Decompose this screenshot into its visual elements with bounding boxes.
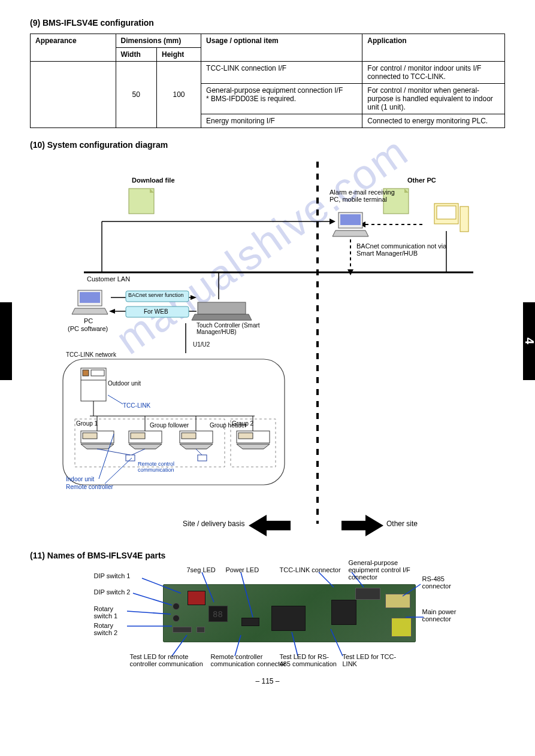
svg-marker-48 [180,444,213,449]
lbl-rsled: Test LED for RS-485 communication [280,653,340,667]
svg-line-72 [202,572,214,602]
svg-line-70 [127,611,171,614]
label-pc: PC [84,317,93,324]
section-heading-1: (9) BMS-IFLSV4E configuration [30,18,505,28]
lbl-power: Power LED [226,566,259,573]
label-otherpc: Other PC [407,177,436,184]
label-outdoor: Outdoor unit [108,380,141,387]
svg-rect-19 [437,206,456,219]
svg-line-76 [403,584,421,596]
cell-appearance [31,62,116,128]
label-bacnet-server: BACnet server function [128,292,184,298]
svg-line-74 [319,572,334,587]
th-appearance: Appearance [31,34,116,62]
system-diagram: Download file Other PC Alarm e-mail rece… [30,156,505,551]
label-tcclink: TCC-LINK [123,402,150,409]
svg-line-68 [142,578,181,593]
svg-line-56 [196,449,202,455]
label-bacnet-bypass: BACnet communication not via Smart Manag… [356,242,464,257]
black-bar-right: 4 [523,302,535,380]
pcb-figure: 88 DIP swit [94,566,442,662]
cell-app: For control / monitor indoor units I/F c… [362,62,505,84]
svg-rect-53 [198,455,207,461]
label-pc-software: (PC software) [68,325,108,332]
svg-rect-35 [83,370,89,376]
label-alarm: Alarm e-mail receiving PC, mobile termin… [330,189,401,203]
svg-line-69 [133,593,172,605]
lbl-seg: 7seg LED [187,566,216,573]
cell-height: 100 [157,62,201,128]
svg-marker-32 [192,314,252,320]
svg-marker-51 [237,444,270,449]
svg-rect-23 [80,292,100,303]
label-tcc-net: TCC-LINK network [66,351,116,358]
lbl-d1: DIP switch 1 [94,572,131,579]
callout-lines [94,566,442,662]
svg-rect-52 [126,455,135,461]
label-customer-lan: Customer LAN [87,275,130,283]
section-heading-3: (11) Names of BMS-IFLSV4E parts [30,551,505,560]
svg-marker-67 [341,515,383,536]
lbl-tccled: Test LED for TCC-LINK [343,653,409,667]
label-touch: Touch Controller (Smart Manager/HUB) [197,322,286,335]
th-application: Application [362,34,505,62]
label-g1: Group 1 [76,420,98,427]
svg-rect-20 [460,207,468,232]
svg-marker-28 [109,309,115,314]
th-height: Height [157,48,201,62]
svg-rect-41 [83,433,97,439]
svg-line-54 [97,449,130,455]
svg-line-63 [108,395,123,404]
th-width: Width [116,48,156,62]
svg-marker-45 [129,444,162,449]
lbl-r2: Rotary switch 2 [94,622,127,636]
lbl-rcled: Test LED for remote controller communica… [130,653,208,667]
svg-rect-31 [198,302,246,314]
th-dimensions: Dimensions (mm) [116,34,201,48]
svg-line-73 [241,572,253,617]
cell-width: 50 [116,62,156,128]
label-other-site: Other site [386,520,418,528]
sidebar-number: 4 [522,338,536,344]
lbl-tcc-con: TCC-LINK connector [280,566,346,573]
cell-usage: Energy monitoring I/F [201,114,362,128]
label-web: For WEB [144,308,168,315]
page-number: – 115 – [30,677,505,685]
svg-rect-47 [182,433,196,439]
label-follower: Group follower [150,422,189,429]
cell-app: For control / monitor when general-purpo… [362,84,505,114]
label-site-basis: Site / delivery basis [183,520,244,528]
svg-marker-17 [333,230,368,236]
table-header-row: Appearance Dimensions (mm) Usage / optio… [31,34,505,48]
svg-marker-4 [330,218,335,224]
section-heading-2: (10) System configuration diagram [30,140,505,150]
label-download: Download file [132,177,175,184]
svg-line-81 [331,629,343,656]
lbl-d2: DIP switch 2 [94,588,131,596]
cell-usage: TCC-LINK connection I/F [201,62,362,84]
label-header: Group header [210,422,247,429]
svg-marker-26 [191,295,197,300]
svg-rect-50 [238,433,253,439]
svg-rect-36 [91,370,104,376]
svg-marker-24 [72,308,108,314]
label-ri: Remote control communication [138,461,210,473]
lbl-rs485: RS-485 connector [422,575,458,590]
svg-line-55 [132,449,145,455]
svg-line-80 [292,632,298,656]
config-table: Appearance Dimensions (mm) Usage / optio… [30,34,505,128]
label-indoor: Indoor unit [66,476,94,482]
lbl-gp-con: General-purpose equipment control I/F co… [349,559,424,581]
cell-app: Connected to energy monitoring PLC. [362,114,505,128]
svg-rect-16 [340,214,361,225]
svg-rect-44 [131,433,145,439]
svg-line-65 [105,458,132,484]
table-row: 50 100 TCC-LINK connection I/F For contr… [31,62,505,84]
label-uu: U1/U2 [193,341,210,348]
lbl-r1: Rotary switch 1 [94,605,127,620]
th-usage: Usage / optional item [201,34,362,62]
black-bar-left [0,302,12,380]
cell-usage: General-purpose equipment connection I/F… [201,84,362,114]
lbl-mainpower: Main power connector [422,608,458,623]
svg-marker-66 [249,515,291,536]
